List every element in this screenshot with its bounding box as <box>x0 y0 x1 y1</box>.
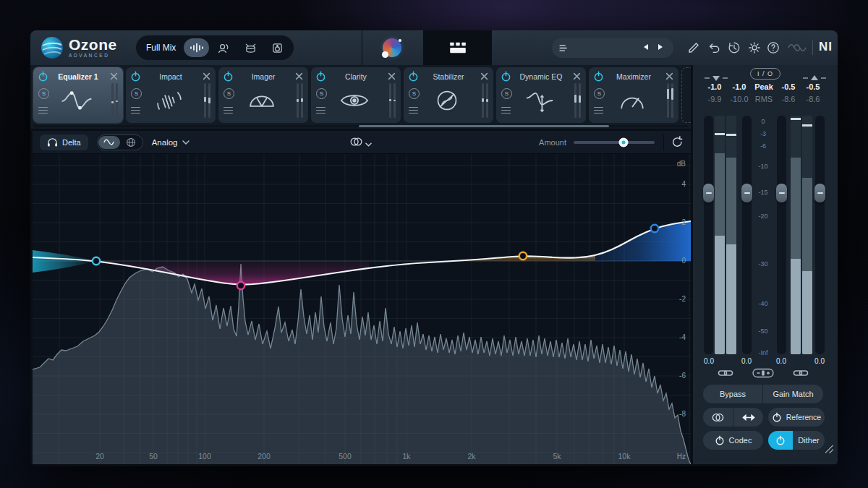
output-left-gain-fader[interactable] <box>776 184 787 202</box>
dither-button[interactable]: Dither <box>768 431 825 450</box>
module-scrollbar-thumb[interactable] <box>359 125 609 127</box>
bypass-button[interactable]: Bypass <box>703 385 762 403</box>
vocals-mode-button[interactable] <box>211 38 236 57</box>
module-card-equalizer-1[interactable]: Equalizer 1S <box>33 67 123 123</box>
io-toggle-button[interactable]: I / O <box>750 68 780 80</box>
module-card-dynamic-eq[interactable]: Dynamic EQS <box>496 67 586 123</box>
module-solo-button[interactable]: S <box>316 88 327 99</box>
module-solo-button[interactable]: S <box>38 88 49 99</box>
close-icon[interactable] <box>203 72 210 80</box>
eq-graph[interactable]: dB420-2-4-6-8Hz20501002005001k2k5k10k <box>33 154 691 464</box>
next-preset-button[interactable] <box>658 43 666 52</box>
close-icon[interactable] <box>665 72 673 80</box>
close-icon[interactable] <box>110 72 118 80</box>
output-right-gain-fader-track[interactable] <box>815 116 825 354</box>
module-card-maximizer[interactable]: MaximizerS <box>589 67 678 123</box>
eq-node-high-mid-bell[interactable] <box>519 252 527 260</box>
eq-curve <box>33 221 691 285</box>
output-link-button[interactable] <box>793 369 809 377</box>
stereo-width-button[interactable] <box>733 408 763 427</box>
curve-view-button[interactable] <box>98 136 120 149</box>
module-power-icon[interactable] <box>593 71 604 82</box>
module-solo-button[interactable]: S <box>409 88 420 99</box>
module-title: Stabilizer <box>420 72 477 81</box>
module-menu-icon[interactable] <box>38 105 48 116</box>
reset-button[interactable] <box>663 134 684 150</box>
input-left-gain-fader-track[interactable] <box>704 116 713 354</box>
stereo-mode-dropdown[interactable] <box>349 137 372 147</box>
reference-button[interactable]: Reference <box>768 408 825 427</box>
window-resize-handle[interactable] <box>825 445 833 453</box>
module-menu-icon[interactable] <box>409 105 418 116</box>
freq-axis-label: 10k <box>618 452 631 461</box>
module-card-stabilizer[interactable]: StabilizerS <box>404 67 493 123</box>
chain-view-tab[interactable] <box>423 30 492 65</box>
module-power-icon[interactable] <box>223 71 234 82</box>
input-right-gain-fader-track[interactable] <box>742 116 752 354</box>
codec-button[interactable]: Codec <box>703 431 763 450</box>
globe-view-button[interactable] <box>120 136 142 149</box>
module-power-icon[interactable] <box>408 71 419 82</box>
history-button[interactable] <box>728 41 741 54</box>
add-module-slot[interactable] <box>681 67 691 123</box>
assistant-button[interactable] <box>383 38 403 58</box>
split-gain-control[interactable] <box>752 368 774 378</box>
settings-button[interactable] <box>748 41 761 54</box>
module-card-impact[interactable]: ImpactS <box>126 67 216 123</box>
eq-node-low-shelf[interactable] <box>93 257 100 265</box>
module-solo-button[interactable]: S <box>501 88 512 99</box>
undo-button[interactable] <box>707 41 720 54</box>
full-mix-mode-button[interactable] <box>184 38 208 57</box>
output-meter-right <box>802 116 812 354</box>
globe-toggle-icon <box>126 137 136 147</box>
instruments-mode-button[interactable] <box>238 38 263 57</box>
previous-preset-button[interactable] <box>643 43 652 52</box>
eq-node-low-mid-bell[interactable] <box>237 282 244 289</box>
gain-match-button[interactable]: Gain Match <box>763 385 823 403</box>
meter-scale-label: -50 <box>758 328 767 335</box>
meter-scale-label: -40 <box>758 300 767 307</box>
db-axis-label: -4 <box>679 333 686 341</box>
stereo-monitor-button[interactable] <box>703 408 733 427</box>
module-solo-button[interactable]: S <box>131 88 142 99</box>
headphones-icon <box>47 137 58 147</box>
gain-value: 0.0 <box>776 357 786 365</box>
module-solo-button[interactable]: S <box>594 88 605 99</box>
module-menu-icon[interactable] <box>316 105 326 116</box>
module-power-icon[interactable] <box>501 71 511 82</box>
amount-slider[interactable] <box>574 141 655 144</box>
input-right-gain-fader[interactable] <box>741 184 752 202</box>
reference-label: Reference <box>786 413 821 421</box>
module-menu-icon[interactable] <box>224 105 233 116</box>
db-axis-label: dB <box>677 160 686 168</box>
close-icon[interactable] <box>388 72 396 80</box>
preset-selector[interactable] <box>552 38 673 58</box>
master-mode-button[interactable] <box>265 38 290 57</box>
module-power-icon[interactable] <box>38 71 48 82</box>
module-power-icon[interactable] <box>315 71 326 82</box>
module-card-clarity[interactable]: ClarityS <box>311 67 401 123</box>
delta-button[interactable]: Delta <box>40 134 88 150</box>
module-solo-button[interactable]: S <box>224 88 234 99</box>
module-card-imager[interactable]: ImagerS <box>218 67 308 123</box>
close-icon[interactable] <box>480 72 488 80</box>
close-icon[interactable] <box>295 72 303 80</box>
eq-node-high-shelf[interactable] <box>651 225 658 232</box>
freq-axis-label: 500 <box>339 452 352 461</box>
output-left-gain-fader-track[interactable] <box>777 116 786 354</box>
module-power-icon[interactable] <box>130 71 141 82</box>
eq-mode-dropdown[interactable]: Analog <box>152 138 190 147</box>
meter-scale-label: 0 <box>761 118 765 125</box>
module-menu-icon[interactable] <box>131 105 140 116</box>
app-name: Ozone <box>69 38 117 52</box>
module-menu-icon[interactable] <box>501 105 511 116</box>
edit-pencil-button[interactable] <box>687 41 700 54</box>
input-left-gain-fader[interactable] <box>703 184 714 202</box>
input-link-button[interactable] <box>718 369 733 377</box>
module-meter <box>297 83 304 118</box>
help-button[interactable] <box>767 41 780 54</box>
module-menu-icon[interactable] <box>594 105 603 116</box>
output-right-gain-fader[interactable] <box>814 184 825 202</box>
close-icon[interactable] <box>573 72 581 80</box>
amount-slider-knob[interactable] <box>619 137 629 147</box>
